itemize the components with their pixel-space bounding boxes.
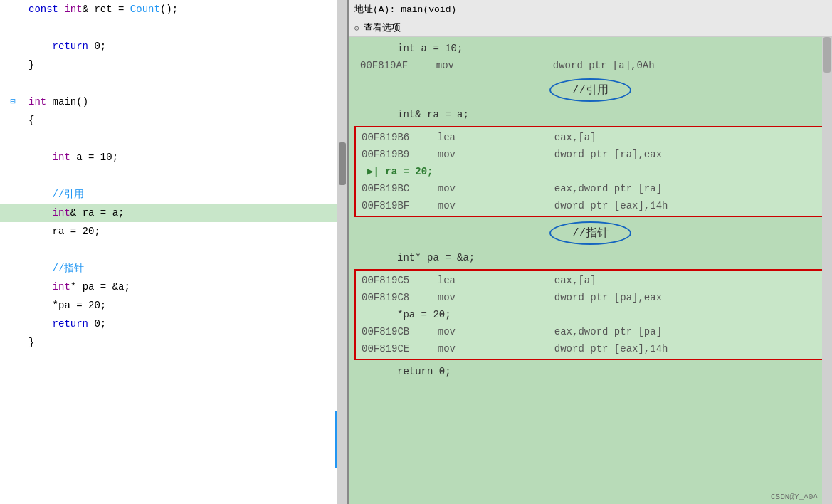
code-line-17: *pa = 20; [0,296,347,315]
line-content-6: int main() [26,93,347,111]
code-line-14 [0,241,347,259]
code-line-11: //引用 [0,185,347,204]
function-name: Count [130,4,160,15]
left-vscrollbar[interactable] [337,0,347,504]
arrow-ra-20: ▶| ra = 20; [359,163,822,180]
line-content-5 [26,74,347,93]
reference-annotation: //引用 [549,78,631,102]
red-box-pointer: 00F819C5 lea eax,[a] 00F819C8 mov dword … [354,269,826,360]
source-code-area: const int& ret = Count(); return 0; } ⊟ … [0,0,347,352]
code-line-5 [0,74,347,93]
current-line-arrow: ▶| ra = 20; [362,163,433,180]
asm-line-f819b6: 00F819B6 lea eax,[a] [359,129,822,146]
asm-line-f819ce: 00F819CE mov dword ptr [eax],14h [359,340,822,357]
code-line-12: int& ra = a; [0,204,347,222]
line-content-19: } [26,333,347,352]
address-bar: 地址(A): main(void) [349,0,832,19]
line-content-15: //指针 [26,259,347,278]
code-line-9: int a = 10; [0,148,347,167]
line-content-7: { [26,111,347,130]
view-options-bar[interactable]: ⊙ 查看选项 [349,19,832,37]
line-content-18: return 0; [26,315,347,333]
type-keyword: int [64,4,82,15]
asm-line-f819bf: 00F819BF mov dword ptr [eax],14h [359,197,822,214]
right-vscrollbar[interactable] [822,37,832,504]
code-line-18: return 0; [0,315,347,333]
line-content-14 [26,241,347,259]
pointer-annotation: //指针 [549,221,631,245]
line-content-12: int& ra = a; [26,204,347,222]
view-options-label[interactable]: 查看选项 [364,21,401,34]
chevron-down-icon: ⊙ [354,23,359,33]
gutter-6: ⊟ [0,93,26,111]
blue-oval-reference: //引用 [354,78,826,102]
line-content-17: *pa = 20; [26,296,347,315]
code-line-19: } [0,333,347,352]
right-content-area: int a = 10; 00F819AF mov dword ptr [a],0… [349,37,832,504]
code-line-3: return 0; [0,37,347,56]
collapse-icon[interactable]: ⊟ [10,93,15,111]
code-line-16: int* pa = &a; [0,278,347,296]
asm-line-f819b9: 00F819B9 mov dword ptr [ra],eax [359,146,822,163]
asm-line-f819cb: 00F819CB mov eax,dword ptr [pa] [359,323,822,340]
hscroll-indicator [335,411,337,468]
line-content-11: //引用 [26,185,347,204]
code-line-2 [0,19,347,37]
addr-value: main(void) [401,4,456,15]
line-content-10 [26,167,347,185]
line-content-2 [26,19,347,37]
line-content-9: int a = 10; [26,148,347,167]
line-content-1: const int& ret = Count(); [26,0,347,19]
code-line-15: //指针 [0,259,347,278]
asm-line-f819c5: 00F819C5 lea eax,[a] [359,272,822,289]
code-line-8 [0,130,347,148]
line-content-3: return 0; [26,37,347,56]
addr-label: 地址(A): [354,3,395,16]
src-line-ra-a: int& ra = a; [354,106,826,123]
src-line-pa20: *pa = 20; [359,306,822,323]
asm-line-f819c8: 00F819C8 mov dword ptr [pa],eax [359,289,822,306]
asm-line-f819bc: 00F819BC mov eax,dword ptr [ra] [359,180,822,197]
keyword: const [28,4,64,15]
right-vscroll-thumb[interactable] [823,37,831,73]
watermark: CSDN@Y_^0^ [771,493,818,501]
code-line-7: { [0,111,347,130]
code-line-4: } [0,56,347,74]
left-panel: const int& ret = Count(); return 0; } ⊟ … [0,0,349,504]
line-content-8 [26,130,347,148]
right-panel: 地址(A): main(void) ⊙ 查看选项 int a = 10; 00F… [349,0,832,504]
asm-line-f819af: 00F819AF mov dword ptr [a],0Ah [354,57,826,74]
line-content-13: ra = 20; [26,222,347,241]
red-box-reference: 00F819B6 lea eax,[a] 00F819B9 mov dword … [354,126,826,217]
src-line-a10: int a = 10; [354,40,826,57]
left-vscroll-thumb[interactable] [339,142,346,185]
line-content-4: } [26,56,347,74]
src-line-return: return 0; [354,363,826,380]
blue-oval-pointer: //指针 [354,221,826,245]
code-line-6: ⊟ int main() [0,93,347,111]
code-line-13: ra = 20; [0,222,347,241]
src-line-pa-a: int* pa = &a; [354,249,826,266]
code-line-10 [0,167,347,185]
code-line-1: const int& ret = Count(); [0,0,347,19]
line-content-16: int* pa = &a; [26,278,347,296]
